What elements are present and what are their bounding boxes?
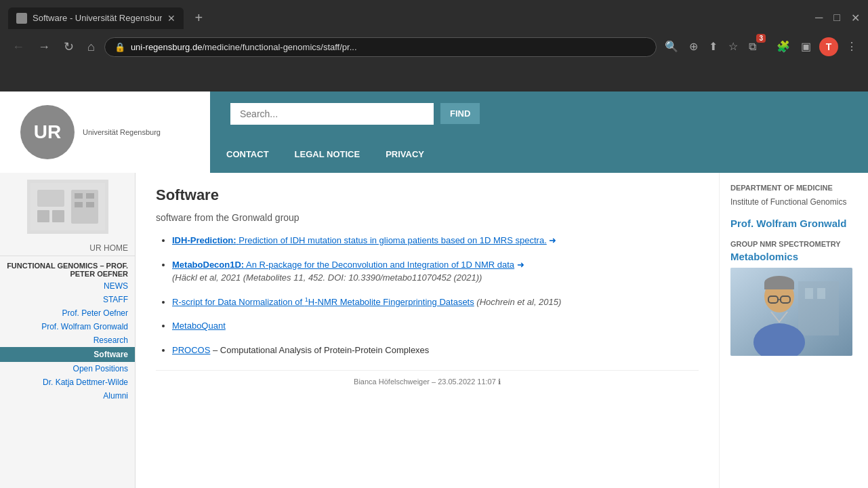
arrow-icon[interactable]: ➜ [549,235,556,245]
metaboquant-link[interactable]: MetaboQuant [172,321,226,331]
university-name: Universität Regensburg [83,128,161,136]
svg-rect-8 [86,202,94,207]
sidebar-item-open-positions[interactable]: Open Positions [0,362,135,375]
lock-icon: 🔒 [115,42,125,52]
top-nav: CONTACT LEGAL NOTICE PRIVACY [210,136,868,173]
sidebar-section-title: FUNCTIONAL GENOMICS – PROF. PETER OEFNER [0,256,135,279]
forward-button[interactable]: → [34,37,54,57]
sidebar-toggle[interactable]: ▣ [798,37,814,56]
search-bar-area: FIND [210,92,868,136]
menu-icon[interactable]: ⋮ [844,37,860,56]
sidebar-item-prof-gronwald[interactable]: Prof. Wolfram Gronwald [0,320,135,333]
list-item: MetaboQuant [172,319,699,333]
list-item: PROCOS – Computational Analysis of Prote… [172,344,699,357]
procos-description: – Computational Analysis of Protein-Prot… [213,345,429,355]
svg-rect-1 [37,190,64,207]
profile-avatar[interactable]: T [819,37,838,56]
window-controls: ─ □ ✕ [815,12,860,24]
footer-info: Bianca Höfelschweiger – 23.05.2022 11:07… [156,370,699,386]
right-sidebar: DEPARTMENT OF MEDICINE Institute of Func… [719,173,868,488]
sidebar-logo[interactable] [27,180,108,234]
tab-close-button[interactable]: ✕ [167,13,175,24]
find-button[interactable]: FIND [440,103,480,124]
new-tab-button[interactable]: + [189,7,208,28]
sidebar-item-research[interactable]: Research [0,333,135,347]
prof-photo [730,268,852,356]
metabodecon-citation: (Häckl et al, 2021 (Metabolites 11, 452.… [172,272,482,283]
active-tab[interactable]: Software - Universität Regensbur ✕ [8,7,184,29]
puzzle-icon[interactable]: 🧩 [774,37,793,56]
logo-area: UR Universität Regensburg [0,92,210,173]
metabolomics-link[interactable]: Metabolomics [730,251,857,262]
rscript-link[interactable]: R-script for Data Normalization of 1H-NM… [172,297,474,307]
share-icon[interactable]: ⬆ [706,37,720,56]
sidebar-item-news[interactable]: NEWS [0,279,135,293]
svg-rect-2 [37,210,49,222]
bookmark-icon[interactable]: ☆ [726,37,741,56]
info-icon[interactable]: ℹ [498,378,501,386]
sidebar-home-link[interactable]: UR HOME [0,241,135,256]
search-input[interactable] [230,103,434,125]
sidebar-item-prof-oefner[interactable]: Prof. Peter Oefner [0,306,135,320]
extensions-icon[interactable]: ⧉3 [746,37,768,56]
page-title: Software [156,186,699,204]
metabodecon-link[interactable]: MetaboDecon1D: An R-package for the Deco… [172,260,514,270]
svg-rect-3 [52,210,64,222]
rscript-citation: (Hochrein et al, 2015) [476,297,561,307]
svg-rect-11 [805,288,813,299]
home-button[interactable]: ⌂ [83,37,99,57]
department-label: DEPARTMENT OF MEDICINE [730,184,857,192]
tab-title: Software - Universität Regensbur [33,13,162,23]
svg-rect-7 [75,202,83,207]
software-list: IDH-Prediction: Prediction of IDH mutati… [156,234,699,357]
maximize-button[interactable]: □ [833,12,840,24]
svg-rect-15 [764,283,794,289]
list-item: MetaboDecon1D: An R-package for the Deco… [172,258,699,285]
nav-legal-notice[interactable]: LEGAL NOTICE [292,136,363,173]
address-bar[interactable]: 🔒 uni-regensburg.de/medicine/functional-… [104,37,657,57]
search-icon[interactable]: 🔍 [662,37,681,56]
minimize-button[interactable]: ─ [815,12,823,24]
site-header: UR Universität Regensburg FIND CONTACT L… [0,92,868,173]
group-label: GROUP NMR SPECTROMETRY [730,240,857,248]
nav-contact[interactable]: CONTACT [224,136,272,173]
list-item: IDH-Prediction: Prediction of IDH mutati… [172,234,699,247]
idh-prediction-link[interactable]: IDH-Prediction: Prediction of IDH mutati… [172,235,547,245]
sidebar-item-staff[interactable]: STAFF [0,293,135,306]
svg-rect-12 [817,288,825,299]
tab-favicon [16,13,27,24]
svg-rect-6 [86,193,94,199]
prof-gronwald-link[interactable]: Prof. Wolfram Gronwald [730,218,857,229]
university-logo[interactable]: UR [20,105,75,159]
svg-rect-5 [75,193,83,199]
zoom-icon[interactable]: ⊕ [686,37,701,56]
main-content: Software software from the Gronwald grou… [136,173,719,488]
close-button[interactable]: ✕ [851,12,860,24]
sidebar-item-dettmer-wilde[interactable]: Dr. Katja Dettmer-Wilde [0,375,135,389]
content-subtitle: software from the Gronwald group [156,212,699,223]
nav-privacy[interactable]: PRIVACY [383,136,427,173]
arrow-icon[interactable]: ➜ [517,260,524,270]
sidebar-item-alumni[interactable]: Alumni [0,389,135,403]
sidebar-item-software[interactable]: Software [0,347,135,362]
url-display: uni-regensburg.de/medicine/functional-ge… [131,42,647,52]
procos-link[interactable]: PROCOS [172,345,210,355]
list-item: R-script for Data Normalization of 1H-NM… [172,296,699,309]
institute-label: Institute of Functional Genomics [730,197,857,207]
reload-button[interactable]: ↻ [60,37,78,57]
back-button[interactable]: ← [8,37,28,57]
left-sidebar: UR HOME FUNCTIONAL GENOMICS – PROF. PETE… [0,173,136,488]
